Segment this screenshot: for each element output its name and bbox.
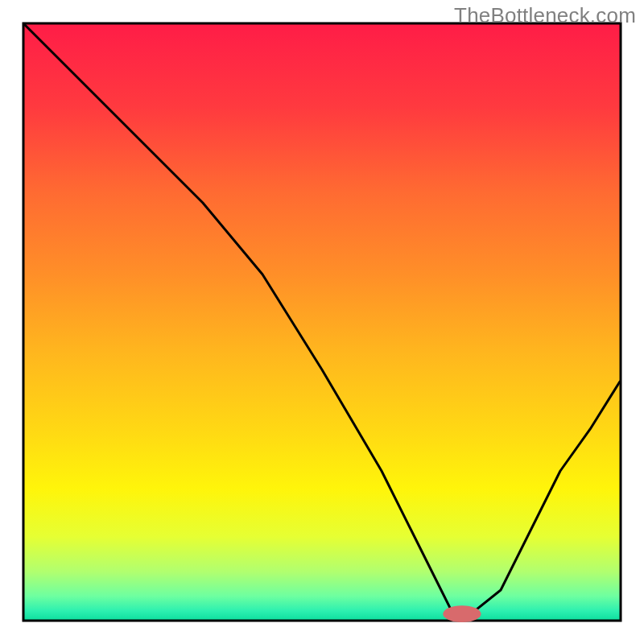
watermark-text: TheBottleneck.com: [454, 3, 636, 28]
bottleneck-chart: [0, 0, 644, 644]
optimal-marker: [443, 605, 481, 622]
